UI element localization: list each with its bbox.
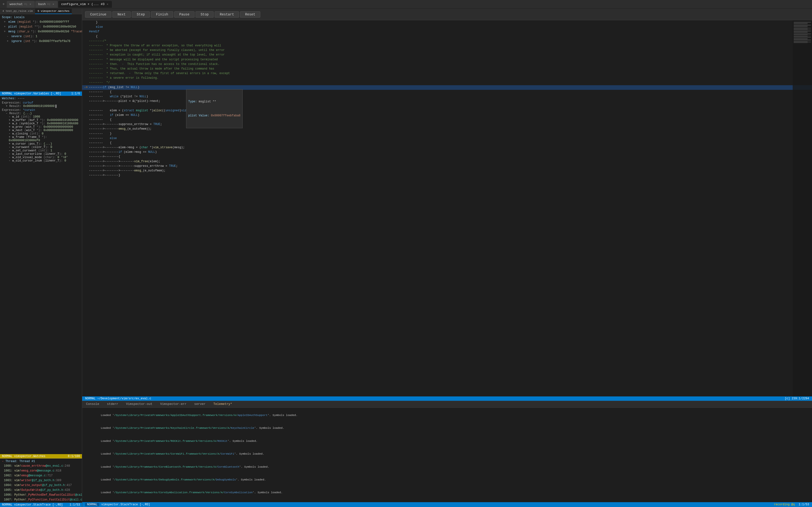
- code-line-final-close: -------->--------}: [82, 173, 812, 178]
- code-line-elem-msg: -------->--------elem->msg = (char *)vim…: [82, 145, 812, 150]
- console-tab-telemetry[interactable]: Telemetry*: [209, 401, 236, 407]
- stack-item-1004[interactable]: 1004: vim!write_output@if_py_both.h:417: [0, 483, 82, 488]
- console-tab-vimspector-out[interactable]: Vimspector-out: [122, 401, 156, 407]
- next-button[interactable]: Next: [112, 11, 131, 18]
- code-line-comment9: -------- * a severe error is following.: [82, 76, 812, 80]
- console-tab-server[interactable]: server: [191, 401, 209, 407]
- restart-button[interactable]: Restart: [215, 11, 239, 18]
- bottom-mode: NORMAL: [85, 503, 99, 506]
- stack-item-1002[interactable]: 1002: vim!emsg@message.c:717: [0, 473, 82, 478]
- console-tabs: Console stderr Vimspector-out Vimspector…: [82, 401, 812, 408]
- code-line-comment4: -------- * exception is caught; if still…: [82, 53, 812, 57]
- code-line-if-elem-msg: -------->--------if (elem->msg == NULL): [82, 150, 812, 155]
- tab-weechat-close[interactable]: ×: [29, 3, 32, 6]
- watches-title: Watches: ----: [2, 97, 80, 100]
- code-line-1: }: [82, 20, 812, 25]
- var-mesg[interactable]: + mesg (char_u *): 0x0000000100e002b0 "T…: [0, 29, 82, 34]
- tab-bash-shortcut: ⌘2: [47, 3, 50, 6]
- code-line-2: else: [82, 25, 812, 30]
- pause-button[interactable]: Pause: [174, 11, 195, 18]
- stack-item-1007[interactable]: 1007: Python!_PyCFunction_FastCallDict@c…: [0, 497, 82, 502]
- debug-toolbar: Continue Next Step Finish Pause Stop Res…: [82, 9, 812, 20]
- code-line-emsg2: -------->-------->--------emsg_(e_outofm…: [82, 169, 812, 173]
- code-line-vim-free: -------->-------->--------vim_free(elem)…: [82, 159, 812, 164]
- code-line-comment7: -------- * Thus, the actual throw is mad…: [82, 67, 812, 71]
- right-panel: Continue Next Step Finish Pause Stop Res…: [82, 9, 812, 507]
- console-line-7: Loaded '/System/Library/Frameworks/CoreS…: [84, 486, 810, 499]
- code-line-comment8: -------- * returned. - Throw only the fi…: [82, 71, 812, 76]
- recording-indicator: recording @q: [774, 503, 795, 506]
- code-line-comment10: -------- */: [82, 80, 812, 85]
- var-elem[interactable]: + elem (msglist *): 0x00000010000ffff: [0, 19, 82, 24]
- code-line-comment6: -------- * then. - This function has no …: [82, 62, 812, 67]
- console-tab-vimspector-err[interactable]: Vimspector-err: [156, 401, 191, 407]
- stack-thread-header: - Thread: Thread #1: [0, 459, 82, 463]
- tab-bash-label: bash: [38, 2, 46, 6]
- watch-expr-curbuf[interactable]: Expression: curbuf + Result: 0x000000010…: [2, 101, 80, 108]
- code-line-comment2: -------- * Prepare the throw of an error…: [82, 44, 812, 48]
- code-line-closebrace: -------- }: [82, 131, 812, 136]
- watches-status: NORMAL vimspector.Watches 8:1/108: [0, 454, 82, 458]
- tab-weechat[interactable]: weechat ⌘1 ×: [7, 1, 35, 8]
- minimap: [793, 20, 812, 396]
- console-area: Console stderr Vimspector-out Vimspector…: [82, 401, 812, 502]
- console-line-6: Loaded '/System/Library/Frameworks/Debug…: [84, 473, 810, 486]
- console-line-2: Loaded '/System/Library/PrivateFramework…: [84, 421, 810, 434]
- step-button[interactable]: Step: [132, 11, 150, 18]
- code-line-comment3: -------- * be aborted (except for execut…: [82, 48, 812, 53]
- code-line-comment1: --------/*: [82, 39, 812, 44]
- main-layout: 4 test_py_raise.vim 5 vimspector.Watches…: [0, 9, 812, 507]
- var-ignore[interactable]: + ignore (int *): 0x00007ffeefbf9a78: [0, 39, 82, 44]
- var-severe[interactable]: - severe (int): 1: [0, 34, 82, 39]
- code-area-wrapper: } else #endif { --------/*: [82, 20, 812, 396]
- new-tab-icon[interactable]: +: [1, 2, 6, 7]
- tab-bash[interactable]: bash ⌘2 ×: [35, 1, 58, 8]
- stack-item-1001[interactable]: 1001: vim!emsg_core@message.c:618: [0, 468, 82, 473]
- watch-expr-curwin[interactable]: Expression: *curwin - Result: {...} - w_…: [2, 108, 80, 163]
- stop-button[interactable]: Stop: [196, 11, 214, 18]
- console-line-8: Loaded '/System/Library/Frameworks/Symbo…: [84, 499, 810, 502]
- var-empty-2: [0, 49, 82, 53]
- finish-button[interactable]: Finish: [151, 11, 173, 18]
- scope-header: Scope: Locals: [0, 15, 82, 19]
- tab-weechat-shortcut: ⌘1: [24, 3, 27, 6]
- console-line-4: Loaded '/System/Library/PrivateFramework…: [84, 447, 810, 460]
- left-tab-test-py-raise[interactable]: 4 test_py_raise.vim: [0, 9, 35, 14]
- stack-panel: - Thread: Thread #1 1000: vim!cause_errt…: [0, 458, 82, 503]
- stack-item-1005[interactable]: 1005: vim!OutputWrite@if_py_both.h:428: [0, 488, 82, 493]
- left-tab-vimspector-watches[interactable]: 5 vimspector.Watches: [35, 9, 72, 14]
- tab-weechat-label: weechat: [10, 2, 23, 6]
- code-line-suppress2: -------->-------->--------suppress_errth…: [82, 164, 812, 169]
- watches-panel: Watches: ---- Expression: curbuf + Resul…: [0, 96, 82, 454]
- stack-item-1003[interactable]: 1003: vim!writer@if_py_both.h:389: [0, 478, 82, 483]
- console-line-1: Loaded '/System/Library/PrivateFramework…: [84, 409, 810, 421]
- bottom-status-bar: NORMAL vimspector.StackTrace [-,RO] reco…: [82, 502, 812, 507]
- tab-bash-close[interactable]: ×: [52, 3, 55, 6]
- var-plist[interactable]: + plist (msglist **): 0x00000001000e002b…: [0, 24, 82, 29]
- tab-configure-vim-label: configure_vim + (... #3: [61, 2, 104, 6]
- code-line-4: {: [82, 34, 812, 39]
- code-line-else-open: -------- {: [82, 141, 812, 145]
- continue-button[interactable]: Continue: [85, 11, 111, 18]
- console-tab-stderr[interactable]: stderr: [103, 401, 122, 407]
- code-area[interactable]: } else #endif { --------/*: [82, 20, 812, 178]
- tab-bar: + weechat ⌘1 × bash ⌘2 × configure_vim +…: [0, 0, 812, 9]
- left-panel-tabs: 4 test_py_raise.vim 5 vimspector.Watches: [0, 9, 82, 14]
- code-line-inner-open: -------->--------{: [82, 155, 812, 159]
- console-tab-console[interactable]: Console: [82, 401, 103, 407]
- debug-tooltip: Type: msglist ** plist Value: 0x00007ffe…: [186, 89, 243, 128]
- variables-status: NORMAL vimspector.Variables [-,RO] 1:1/6: [0, 92, 82, 96]
- code-line-else: -------- else: [82, 136, 812, 141]
- tab-configure-vim[interactable]: configure_vim + (... #3 ×: [58, 1, 112, 8]
- stack-item-1006[interactable]: 1006: Python!_PyMethodDef_RawFastCallDic…: [0, 493, 82, 497]
- console-output: Loaded '/System/Library/PrivateFramework…: [82, 408, 812, 502]
- console-line-3: Loaded '/System/Library/PrivateFramework…: [84, 435, 810, 447]
- reset-button[interactable]: Reset: [240, 11, 260, 18]
- code-line-brace: -------- { Type: msglist ** plist Value:…: [82, 90, 812, 95]
- stack-item-1000[interactable]: 1000: vim!cause_errthrow@ex_eval.c:248: [0, 463, 82, 468]
- tab-configure-vim-close[interactable]: ×: [106, 3, 109, 6]
- left-panel: 4 test_py_raise.vim 5 vimspector.Watches…: [0, 9, 82, 507]
- var-empty-1: [0, 44, 82, 49]
- stack-status: NORMAL vimspector.StackTrace [-,RO] 1:1/…: [0, 503, 82, 507]
- code-status: NORMAL ~/Development/vim/src/ex_eval.c […: [82, 396, 812, 401]
